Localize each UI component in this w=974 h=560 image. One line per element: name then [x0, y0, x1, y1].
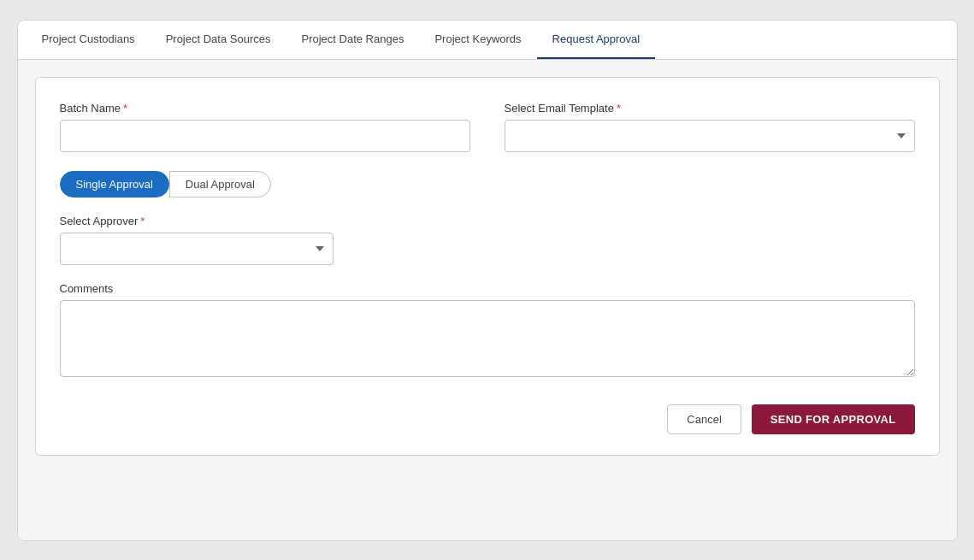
batch-name-input[interactable] [60, 120, 470, 152]
tab-project-date-ranges[interactable]: Project Date Ranges [286, 21, 419, 59]
main-content: Batch Name* Select Email Template* Singl… [18, 60, 957, 540]
email-template-select[interactable] [505, 120, 915, 152]
email-template-group: Select Email Template* [505, 102, 915, 152]
app-container: Project Custodians Project Data Sources … [17, 20, 958, 541]
tab-project-keywords[interactable]: Project Keywords [419, 21, 536, 59]
email-template-label: Select Email Template* [505, 102, 915, 115]
tab-request-approval[interactable]: Request Approval [537, 21, 656, 59]
cancel-button[interactable]: Cancel [667, 404, 741, 434]
comments-textarea[interactable] [60, 300, 915, 377]
comments-row: Comments [60, 282, 915, 380]
comments-label: Comments [60, 282, 915, 295]
approval-toggle: Single Approval Dual Approval [60, 171, 915, 197]
batch-name-required: * [123, 102, 127, 115]
select-approver-row: Select Approver* [60, 215, 915, 265]
buttons-row: Cancel SEND FOR APPROVAL [60, 404, 915, 434]
email-template-required: * [617, 102, 621, 115]
tab-bar: Project Custodians Project Data Sources … [18, 21, 957, 60]
tab-project-data-sources[interactable]: Project Data Sources [151, 21, 286, 59]
top-row: Batch Name* Select Email Template* [60, 102, 915, 152]
single-approval-button[interactable]: Single Approval [60, 171, 169, 197]
select-approver-label: Select Approver* [60, 215, 915, 227]
tab-project-custodians[interactable]: Project Custodians [27, 21, 151, 59]
dual-approval-button[interactable]: Dual Approval [169, 171, 271, 197]
form-card: Batch Name* Select Email Template* Singl… [35, 77, 940, 456]
select-approver-select[interactable] [60, 233, 334, 265]
batch-name-group: Batch Name* [60, 102, 470, 152]
batch-name-label: Batch Name* [60, 102, 470, 115]
send-for-approval-button[interactable]: SEND FOR APPROVAL [752, 404, 915, 434]
select-approver-required: * [140, 215, 145, 227]
